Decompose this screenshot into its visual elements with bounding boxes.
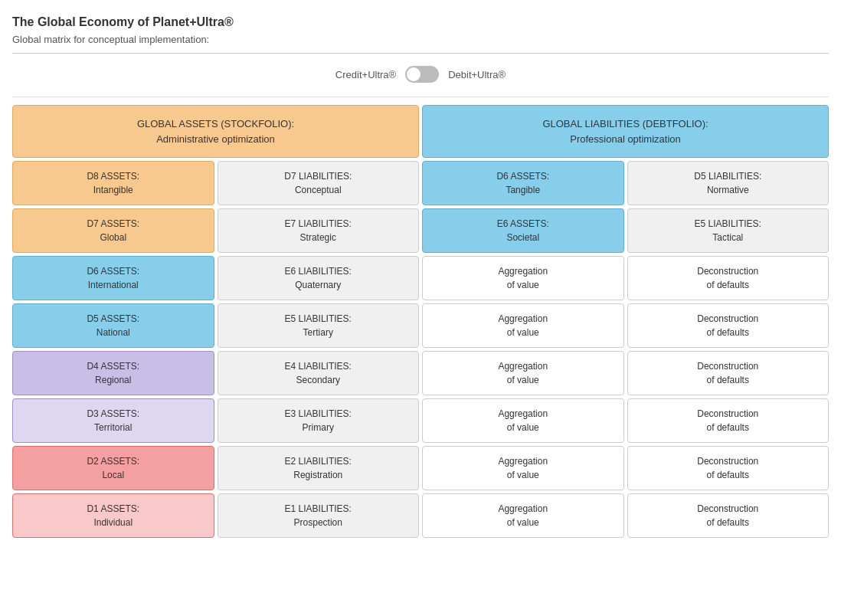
list-item: D1 ASSETS:Individual: [12, 493, 214, 538]
debit-label: Debit+Ultra®: [448, 69, 506, 80]
table-row: D8 ASSETS:IntangibleD7 LIABILITIES:Conce…: [12, 161, 829, 205]
toggle-row: Credit+Ultra® Debit+Ultra®: [12, 66, 829, 83]
assets-header-title: GLOBAL ASSETS (STOCKFOLIO):: [21, 116, 411, 132]
second-divider: [12, 97, 829, 97]
list-item: Deconstructionof defaults: [627, 351, 830, 395]
table-row: D1 ASSETS:IndividualE1 LIABILITIES:Prosp…: [12, 493, 829, 538]
list-item: Aggregationof value: [422, 256, 624, 300]
list-item: E4 LIABILITIES:Secondary: [218, 351, 420, 395]
list-item: Aggregationof value: [422, 351, 624, 395]
table-row: D3 ASSETS:TerritorialE3 LIABILITIES:Prim…: [12, 398, 829, 443]
credit-label: Credit+Ultra®: [335, 69, 396, 80]
list-item: E3 LIABILITIES:Primary: [218, 398, 420, 443]
liabilities-header-subtitle: Professional optimization: [430, 132, 820, 147]
list-item: Aggregationof value: [422, 493, 624, 538]
page-container: The Global Economy of Planet+Ultra® Glob…: [0, 0, 841, 616]
list-item: Aggregationof value: [422, 303, 624, 348]
table-row: D6 ASSETS:InternationalE6 LIABILITIES:Qu…: [12, 256, 829, 300]
list-item: D6 ASSETS:Tangible: [422, 161, 624, 205]
list-item: E6 LIABILITIES:Quaternary: [218, 256, 420, 300]
list-item: E5 LIABILITIES:Tertiary: [218, 303, 420, 348]
page-subtitle: Global matrix for conceptual implementat…: [12, 34, 829, 45]
list-item: D5 LIABILITIES:Normative: [627, 161, 830, 205]
list-item: D4 ASSETS:Regional: [12, 351, 214, 395]
header-row: GLOBAL ASSETS (STOCKFOLIO): Administrati…: [12, 105, 829, 158]
page-title: The Global Economy of Planet+Ultra®: [12, 15, 829, 29]
table-row: D7 ASSETS:GlobalE7 LIABILITIES:Strategic…: [12, 208, 829, 253]
list-item: Aggregationof value: [422, 446, 624, 490]
top-divider: [12, 53, 829, 54]
liabilities-header: GLOBAL LIABILITIES (DEBTFOLIO): Professi…: [422, 105, 829, 158]
list-item: Deconstructionof defaults: [627, 256, 830, 300]
list-item: D3 ASSETS:Territorial: [12, 398, 214, 443]
list-item: E5 LIABILITIES:Tactical: [627, 208, 830, 253]
list-item: Deconstructionof defaults: [627, 303, 830, 348]
list-item: D6 ASSETS:International: [12, 256, 214, 300]
list-item: E2 LIABILITIES:Registration: [218, 446, 420, 490]
list-item: Aggregationof value: [422, 398, 624, 443]
assets-header: GLOBAL ASSETS (STOCKFOLIO): Administrati…: [12, 105, 419, 158]
list-item: D2 ASSETS:Local: [12, 446, 214, 490]
table-row: D5 ASSETS:NationalE5 LIABILITIES:Tertiar…: [12, 303, 829, 348]
list-item: Deconstructionof defaults: [627, 446, 830, 490]
list-item: E1 LIABILITIES:Prospection: [218, 493, 420, 538]
liabilities-header-title: GLOBAL LIABILITIES (DEBTFOLIO):: [430, 116, 820, 132]
list-item: D7 ASSETS:Global: [12, 208, 214, 253]
list-item: E6 ASSETS:Societal: [422, 208, 624, 253]
list-item: D8 ASSETS:Intangible: [12, 161, 214, 205]
toggle-switch[interactable]: [405, 66, 439, 83]
list-item: D5 ASSETS:National: [12, 303, 214, 348]
list-item: E7 LIABILITIES:Strategic: [218, 208, 420, 253]
list-item: D7 LIABILITIES:Conceptual: [218, 161, 420, 205]
table-row: D4 ASSETS:RegionalE4 LIABILITIES:Seconda…: [12, 351, 829, 395]
list-item: Deconstructionof defaults: [627, 398, 830, 443]
list-item: Deconstructionof defaults: [627, 493, 830, 538]
data-rows: D8 ASSETS:IntangibleD7 LIABILITIES:Conce…: [12, 161, 829, 538]
assets-header-subtitle: Administrative optimization: [21, 132, 411, 147]
grid-container: GLOBAL ASSETS (STOCKFOLIO): Administrati…: [12, 105, 829, 538]
table-row: D2 ASSETS:LocalE2 LIABILITIES:Registrati…: [12, 446, 829, 490]
